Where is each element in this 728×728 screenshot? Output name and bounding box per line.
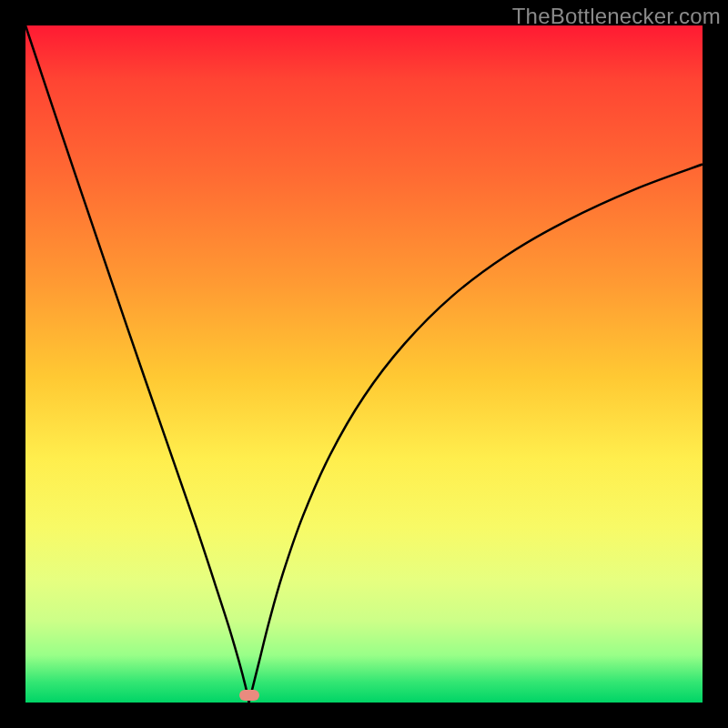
bottleneck-curve bbox=[25, 25, 703, 703]
chart-frame: TheBottlenecker.com bbox=[0, 0, 728, 728]
curve-right-branch bbox=[249, 165, 703, 703]
chart-plot-area bbox=[25, 25, 703, 703]
minimum-marker bbox=[239, 690, 259, 701]
curve-left-branch bbox=[25, 25, 249, 703]
